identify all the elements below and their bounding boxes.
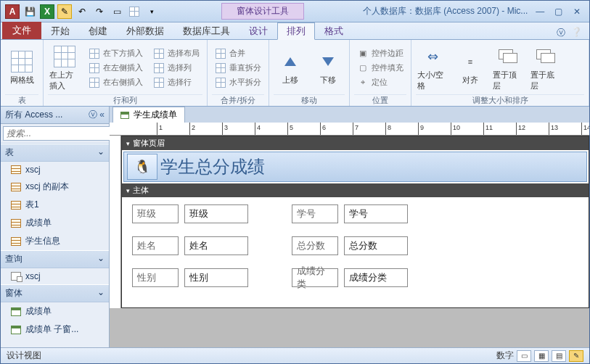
field-control[interactable]: 姓名 — [184, 236, 248, 255]
qat-more-icon[interactable]: ▾ — [144, 4, 159, 19]
close-icon[interactable]: ✕ — [569, 7, 585, 17]
nav-item-table[interactable]: 表1 — [1, 196, 109, 214]
form-detail-area[interactable]: 班级班级 学号学号 姓名姓名 总分数总分数 性别性别 成绩分类成绩分类 — [122, 197, 589, 307]
group-move-label: 移动 — [274, 94, 345, 106]
size-space-button[interactable]: ⇔大小/空格 — [416, 44, 449, 93]
maximize-icon[interactable]: ▢ — [551, 7, 567, 17]
excel-export-icon[interactable]: X — [40, 4, 54, 19]
tab-home[interactable]: 开始 — [41, 22, 79, 39]
tab-design[interactable]: 设计 — [239, 22, 277, 39]
move-down-button[interactable]: 下移 — [311, 49, 345, 87]
minimize-ribbon-icon[interactable]: ⓥ — [557, 27, 565, 39]
nav-group-tables[interactable]: 表⌄ — [1, 144, 109, 162]
bring-front-button[interactable]: 置于顶层 — [491, 44, 525, 93]
nav-item-table[interactable]: xscj 的副本 — [1, 178, 109, 196]
app-logo[interactable]: A — [5, 4, 20, 19]
control-margins-button[interactable]: ▣控件边距 — [354, 47, 406, 60]
tab-db-tools[interactable]: 数据库工具 — [173, 22, 239, 39]
insert-above-button[interactable]: 在上方插入 — [48, 44, 81, 93]
table-icon — [11, 165, 21, 174]
send-back-button[interactable]: 置于底层 — [529, 44, 562, 93]
field-label[interactable]: 班级 — [132, 204, 179, 223]
arrow-up-icon — [279, 50, 302, 73]
gridlines-button[interactable]: 网格线 — [5, 49, 38, 87]
tab-external-data[interactable]: 外部数据 — [117, 22, 173, 39]
split-vertical-button[interactable]: 垂直拆分 — [212, 62, 264, 75]
file-tab[interactable]: 文件 — [2, 22, 41, 39]
highlight-icon[interactable]: ✎ — [57, 4, 72, 19]
horizontal-ruler[interactable]: 1234567891011121314 — [110, 123, 589, 136]
group-size-label: 调整大小和排序 — [416, 94, 584, 106]
form-title-label[interactable]: 学生总分成绩 — [160, 155, 265, 178]
undo-icon[interactable]: ↶ — [75, 4, 89, 19]
control-padding-button[interactable]: ▢控件填充 — [354, 62, 406, 75]
select-layout-button[interactable]: 选择布局 — [150, 47, 202, 60]
split-horizontal-button[interactable]: 水平拆分 — [212, 76, 264, 89]
nav-group-queries[interactable]: 查询⌄ — [1, 250, 109, 268]
anchoring-button[interactable]: ⌖定位 — [354, 76, 406, 89]
form-icon — [11, 326, 21, 334]
field-control[interactable]: 学号 — [344, 204, 408, 223]
insert-below-button[interactable]: 在下方插入 — [86, 47, 146, 60]
quick-access-toolbar: A 💾 X ✎ ↶ ↷ ▭ ▾ — [1, 4, 163, 19]
save-icon[interactable]: 💾 — [22, 4, 37, 19]
form-header-area[interactable]: 🐧 学生总分成绩 — [123, 152, 587, 182]
vertical-ruler[interactable] — [110, 136, 121, 308]
nav-item-table[interactable]: 成绩单 — [1, 214, 109, 232]
nav-pane-header[interactable]: 所有 Access ... ⓥ « — [1, 107, 109, 124]
move-up-button[interactable]: 上移 — [274, 49, 307, 87]
nav-item-form[interactable]: 成绩单 子窗... — [1, 320, 109, 339]
select-row-button[interactable]: 选择行 — [150, 76, 202, 89]
field-label[interactable]: 姓名 — [132, 236, 179, 255]
table-icon — [11, 237, 21, 246]
design-view-button[interactable]: ✎ — [569, 350, 583, 362]
nav-item-form[interactable]: 成绩单 — [1, 302, 109, 320]
form-logo-image[interactable]: 🐧 — [127, 154, 157, 180]
field-control[interactable]: 总分数 — [344, 236, 408, 255]
select-column-button[interactable]: 选择列 — [150, 62, 202, 75]
field-control[interactable]: 成绩分类 — [344, 268, 408, 287]
app-title: 个人数据库：数据库 (Access 2007) - Mic... — [363, 5, 528, 17]
field-label[interactable]: 总分数 — [292, 236, 338, 255]
spacer-icon[interactable]: ▭ — [110, 4, 124, 19]
table-icon — [11, 201, 21, 210]
section-bar-detail[interactable]: 主体 — [122, 183, 589, 197]
document-tabs: 学生成绩单 — [110, 107, 589, 123]
field-control[interactable]: 性别 — [184, 268, 248, 287]
layout-view-button[interactable]: ▤ — [552, 350, 566, 362]
field-label[interactable]: 学号 — [292, 204, 338, 223]
field-control[interactable]: 班级 — [184, 204, 248, 223]
datasheet-view-button[interactable]: ▦ — [534, 350, 549, 362]
nav-group-forms[interactable]: 窗体⌄ — [1, 284, 109, 302]
insert-right-button[interactable]: 在右侧插入 — [86, 76, 146, 89]
merge-button[interactable]: 合并 — [212, 47, 264, 60]
minimize-icon[interactable]: — — [532, 7, 548, 17]
gridlines-label: 网格线 — [10, 75, 34, 86]
tab-create[interactable]: 创建 — [79, 22, 117, 39]
document-tab-label: 学生成绩单 — [134, 109, 177, 121]
navigation-pane: 所有 Access ... ⓥ « 🔍 表⌄ xscj xscj 的副本 表1 … — [1, 107, 110, 347]
nav-item-query[interactable]: xscj — [1, 268, 109, 284]
table-qat-icon[interactable] — [127, 4, 142, 19]
redo-icon[interactable]: ↷ — [92, 4, 107, 19]
insert-left-button[interactable]: 在左侧插入 — [86, 62, 146, 75]
search-input[interactable] — [3, 126, 120, 141]
nav-item-table[interactable]: xscj — [1, 162, 109, 178]
help-icon[interactable]: ❔ — [571, 27, 582, 39]
nav-item-table[interactable]: 学生信息 — [1, 232, 109, 250]
group-position-label: 位置 — [354, 94, 406, 106]
field-label[interactable]: 性别 — [132, 268, 179, 287]
tab-format[interactable]: 格式 — [315, 22, 353, 39]
field-label[interactable]: 成绩分类 — [292, 268, 338, 287]
group-table-label: 表 — [5, 94, 38, 106]
align-button[interactable]: ≡对齐 — [454, 49, 487, 87]
query-icon — [11, 272, 21, 281]
tab-arrange[interactable]: 排列 — [277, 22, 315, 40]
send-back-icon — [536, 49, 555, 64]
document-tab[interactable]: 学生成绩单 — [112, 107, 185, 123]
design-canvas[interactable]: 窗体页眉 🐧 学生总分成绩 主体 班级班级 学号学号 — [110, 136, 589, 347]
form-view-button[interactable]: ▭ — [517, 350, 531, 362]
nav-dropdown-icon[interactable]: ⓥ « — [89, 109, 105, 121]
section-bar-header[interactable]: 窗体页眉 — [122, 136, 589, 150]
group-merge-label: 合并/拆分 — [212, 94, 264, 106]
